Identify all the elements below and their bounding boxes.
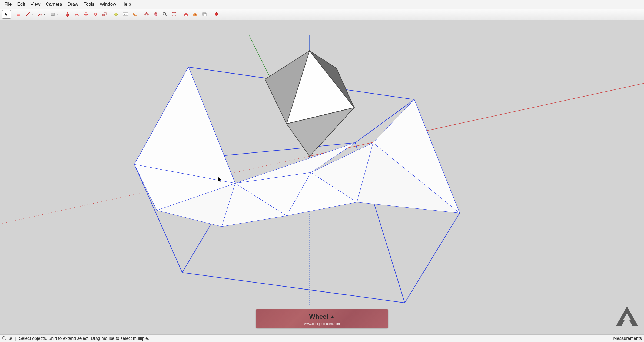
measurements-label: Measurements	[613, 336, 642, 341]
shape-tool[interactable]: ▼	[48, 10, 60, 19]
svg-line-23	[405, 213, 460, 303]
svg-point-6	[114, 13, 117, 16]
menu-help[interactable]: Help	[119, 1, 134, 8]
menu-tools[interactable]: Tools	[81, 1, 97, 8]
line-tool[interactable]: ▼	[23, 10, 35, 19]
svg-point-11	[146, 12, 147, 16]
menu-edit[interactable]: Edit	[14, 1, 28, 8]
orbit-tool[interactable]	[142, 10, 151, 19]
layers-tool[interactable]	[200, 10, 209, 19]
followme-tool[interactable]	[72, 10, 81, 19]
status-bar: ⓘ ◉ | Select objects. Shift to extend se…	[0, 334, 644, 342]
menu-bar: File Edit View Camera Draw Tools Window …	[0, 0, 644, 9]
menu-camera[interactable]: Camera	[43, 1, 65, 8]
svg-point-15	[195, 14, 196, 16]
move-tool[interactable]	[82, 10, 90, 19]
svg-rect-3	[51, 13, 54, 16]
axis-red	[309, 83, 644, 156]
arc-tool[interactable]: ▼	[36, 10, 48, 19]
svg-text:A1: A1	[124, 13, 127, 16]
rotate-tool[interactable]	[91, 10, 99, 19]
extensions-tool[interactable]	[191, 10, 200, 19]
separator: |	[15, 336, 16, 341]
svg-line-22	[182, 273, 405, 303]
person-icon[interactable]: ◉	[9, 336, 12, 341]
pushpull-tool[interactable]	[63, 10, 72, 19]
svg-rect-1	[17, 14, 20, 15]
ruby-tool[interactable]	[212, 10, 221, 19]
select-tool[interactable]	[2, 10, 11, 19]
menu-window[interactable]: Window	[97, 1, 119, 8]
menu-view[interactable]: View	[28, 1, 43, 8]
pan-tool[interactable]	[151, 10, 160, 19]
banner-title: Wheel	[309, 313, 328, 320]
svg-rect-17	[203, 14, 207, 16]
octahedron	[265, 51, 354, 156]
hint-banner: Wheel ▲ www.designerhacks.com	[256, 309, 388, 328]
svg-marker-38	[134, 67, 235, 183]
up-triangle-icon: ▲	[330, 314, 335, 319]
zoom-extents-tool[interactable]	[170, 10, 178, 19]
svg-point-9	[135, 15, 137, 16]
paint-tool[interactable]	[130, 10, 139, 19]
logo-watermark	[615, 305, 639, 327]
status-hint: Select objects. Shift to extend select. …	[19, 336, 149, 341]
menu-file[interactable]: File	[2, 1, 14, 8]
svg-rect-14	[185, 15, 187, 16]
help-icon[interactable]: ⓘ	[2, 336, 6, 341]
scale-tool[interactable]	[100, 10, 109, 19]
toolbar: ▼ ▼ ▼ A1	[0, 9, 644, 20]
banner-subtitle: www.designerhacks.com	[261, 322, 383, 326]
svg-point-2	[29, 12, 30, 13]
warehouse-tool[interactable]	[182, 10, 190, 19]
text-tool[interactable]: A1	[121, 10, 130, 19]
tape-tool[interactable]	[112, 10, 121, 19]
svg-point-12	[163, 12, 166, 15]
viewport-3d[interactable]: Wheel ▲ www.designerhacks.com	[0, 20, 644, 334]
eraser-tool[interactable]	[14, 10, 23, 19]
svg-point-10	[145, 14, 148, 15]
zoom-tool[interactable]	[161, 10, 169, 19]
menu-draw[interactable]: Draw	[65, 1, 81, 8]
separator: |	[610, 336, 612, 341]
